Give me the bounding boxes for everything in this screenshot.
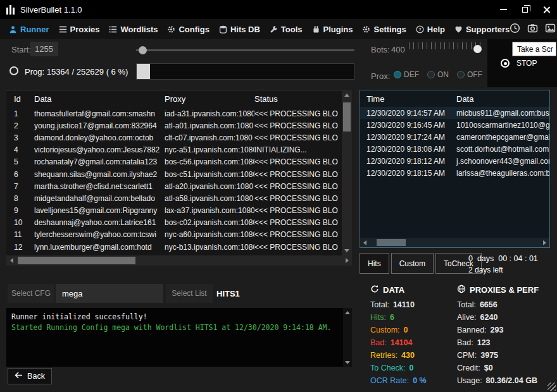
hits-horizontal-scrollbar[interactable] xyxy=(360,238,549,247)
cell-data: rochanataly7@gmail.com:natalia123 xyxy=(34,157,165,166)
stat-label: Bad: xyxy=(457,338,473,347)
hits-table-row[interactable]: 12/30/2020 9:17:24 AM cameronthepcgamer@… xyxy=(360,131,549,143)
window-controls xyxy=(492,0,557,19)
hits-table-row[interactable]: 12/30/2020 9:18:12 AM j.schoonover443@gm… xyxy=(360,155,549,167)
nav-runner[interactable]: Runner xyxy=(9,25,49,34)
cell-status: <<< PROCESSING BLO xyxy=(254,133,342,142)
nav-tools[interactable]: Tools xyxy=(270,25,303,34)
runner-horizontal-scrollbar[interactable] xyxy=(6,255,352,266)
scroll-left-button[interactable] xyxy=(360,238,370,247)
history-icon[interactable] xyxy=(510,23,520,36)
stat-value: 123 xyxy=(477,338,491,347)
silverbullet-window: SilverBullet 1.1.0 Runner Proxies Wordli… xyxy=(0,0,557,392)
cell-id: 2 xyxy=(6,121,34,130)
tab-custom[interactable]: Custom xyxy=(391,253,434,274)
cell-id: 3 xyxy=(6,133,34,142)
console-scrollbar[interactable] xyxy=(343,308,352,367)
scrollbar-thumb[interactable] xyxy=(377,239,406,246)
maximize-button[interactable] xyxy=(514,0,535,19)
start-slider[interactable] xyxy=(136,46,354,55)
cell-proxy: iad-a31.ipvanish.com:1080 xyxy=(165,109,254,118)
runner-vertical-scrollbar[interactable] xyxy=(342,90,352,255)
prox-option-on[interactable]: ON xyxy=(427,70,449,79)
scroll-up-button[interactable] xyxy=(343,308,352,317)
back-button[interactable]: Back xyxy=(8,368,52,384)
scroll-up-button[interactable] xyxy=(342,90,352,100)
bots-slider[interactable] xyxy=(409,42,482,54)
scroll-down-button[interactable] xyxy=(343,358,352,367)
scroll-right-button[interactable] xyxy=(540,238,549,247)
minimize-button[interactable] xyxy=(492,0,514,19)
cell-time: 12/30/2020 9:17:24 AM xyxy=(366,133,456,142)
hits-table-row[interactable]: 12/30/2020 9:18:15 AM larissa@theaguiler… xyxy=(360,167,549,179)
bots-label: Bots: xyxy=(371,45,390,54)
slider-thumb[interactable] xyxy=(473,45,482,53)
nav-settings[interactable]: Settings xyxy=(362,25,406,34)
select-list-button[interactable]: Select List xyxy=(166,284,213,303)
stat-value: 6 xyxy=(390,313,394,322)
tab-hits[interactable]: Hits xyxy=(360,253,389,274)
wordlist-name-input[interactable] xyxy=(214,284,272,303)
scroll-down-button[interactable] xyxy=(342,245,352,255)
nav-supporters[interactable]: Supporters xyxy=(454,25,510,34)
runner-table-row[interactable]: 11 tylerchesserswim@yahoo.com:tcswi nyc-… xyxy=(6,229,342,241)
runner-table-row[interactable]: 7 martha.strother@cfisd.net:scarlett1 at… xyxy=(6,180,342,192)
stat-row: Custom: 0 xyxy=(370,324,456,336)
runner-table-row[interactable]: 8 midgetandahalf@gmail.com:bellado atl-a… xyxy=(6,192,342,204)
runner-table-row[interactable]: 12 lynn.luxemburger@gmail.com:hotd nyc-b… xyxy=(6,241,342,253)
resize-grip[interactable] xyxy=(548,383,556,391)
stat-value: 293 xyxy=(491,326,504,334)
radio-icon xyxy=(394,71,401,78)
log-console[interactable]: Runner initialized succesfully! Started … xyxy=(6,308,352,367)
stop-button[interactable]: STOP xyxy=(501,59,537,68)
stat-label: OCR Rate: xyxy=(370,376,409,385)
nav-help[interactable]: ? Help xyxy=(416,25,445,34)
column-header-id[interactable]: Id xyxy=(6,94,34,104)
column-header-time[interactable]: Time xyxy=(366,94,456,104)
hits-table-row[interactable]: 12/30/2020 9:16:45 AM 1010oscarmartinez1… xyxy=(360,119,549,131)
prox-option-def[interactable]: DEF xyxy=(394,70,419,79)
cell-data: martha.strother@cfisd.net:scarlett1 xyxy=(34,182,165,191)
slider-thumb[interactable] xyxy=(139,46,147,54)
runner-table-row[interactable]: 6 shequann.silas@gmail.com.ilyshae2 bos-… xyxy=(6,168,342,180)
runner-table-row[interactable]: 4 victoriojesus@yahoo.com:Jesus7882 nyc-… xyxy=(6,144,342,156)
runner-table-row[interactable]: 9 lavelljones15@gmail.com:Ripgranny lax-… xyxy=(6,205,342,217)
start-input[interactable] xyxy=(30,42,58,56)
config-name-input[interactable] xyxy=(56,284,163,303)
cell-proxy: lax-a37.ipvanish.com:1080 xyxy=(165,206,254,215)
scrollbar-thumb[interactable] xyxy=(18,257,135,264)
scroll-left-button[interactable] xyxy=(6,255,16,266)
column-header-proxy[interactable]: Proxy xyxy=(165,94,254,104)
stat-value: 6656 xyxy=(480,300,498,309)
scrollbar-thumb[interactable] xyxy=(343,102,351,132)
nav-configs[interactable]: Configs xyxy=(167,25,209,34)
hits-table-row[interactable]: 12/30/2020 9:14:57 AM micbus911@gmail.co… xyxy=(360,107,549,119)
arrow-left-icon xyxy=(363,240,366,245)
cell-proxy: atl-a58.ipvanish.com:1080 xyxy=(165,194,254,203)
runner-table-row[interactable]: 2 young.justice17@gmail.com:832964 atl-a… xyxy=(6,119,342,132)
runner-table-row[interactable]: 10 deshaunnaj@yahoo.com:Latrice161 bos-c… xyxy=(6,217,342,229)
select-cfg-button[interactable]: Select CFG xyxy=(8,284,54,303)
prox-option-off[interactable]: OFF xyxy=(457,70,482,79)
scroll-right-button[interactable] xyxy=(342,255,352,266)
column-header-status[interactable]: Status xyxy=(254,94,342,104)
column-header-data[interactable]: Data xyxy=(34,94,165,104)
stat-value: 80.36/2.04 GB xyxy=(486,376,537,385)
hits-table-row[interactable]: 12/30/2020 9:18:08 AM scott.dorhout@hotm… xyxy=(360,143,549,155)
column-header-data[interactable]: Data xyxy=(456,94,549,104)
camera-icon[interactable] xyxy=(527,23,538,36)
cell-data: 1010oscarmartinez1010@gm xyxy=(456,121,549,130)
nav-proxies[interactable]: Proxies xyxy=(59,25,100,34)
nav-wordlists[interactable]: Wordlists xyxy=(109,25,158,34)
runner-table-row[interactable]: 3 diamond.donley@yahoo.com:octob clt-c07… xyxy=(6,132,342,144)
close-button[interactable] xyxy=(535,0,557,19)
nav-plugins[interactable]: Plugins xyxy=(312,25,353,34)
stat-value: 14104 xyxy=(391,338,413,347)
nav-hitsdb[interactable]: Hits DB xyxy=(219,25,260,34)
runner-table-row[interactable]: 1 thomasfullertaf@gmail.com:smashn iad-a… xyxy=(6,107,342,119)
runner-table-row[interactable]: 5 rochanataly7@gmail.com:natalia123 bos-… xyxy=(6,156,342,168)
cell-status: <<< PROCESSING BLO xyxy=(254,194,342,203)
cell-data: thomasfullertaf@gmail.com:smashn xyxy=(34,109,165,118)
arrow-up-icon xyxy=(345,311,350,314)
screenshot-icon[interactable] xyxy=(545,23,556,36)
